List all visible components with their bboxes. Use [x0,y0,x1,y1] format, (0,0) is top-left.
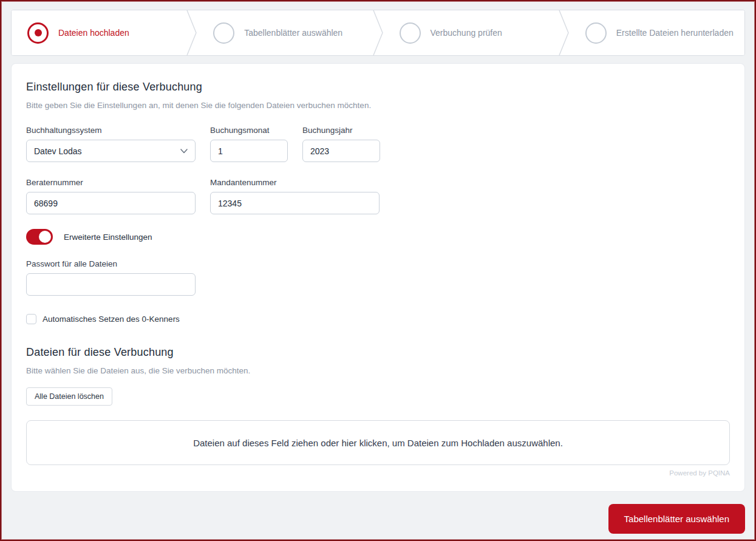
settings-section-subtitle: Bitte geben Sie die Einstellungen an, mi… [26,101,730,110]
accounting-system-value: Datev Lodas [34,146,82,156]
step-separator [186,10,197,55]
wizard-stepper: Dateien hochladen Tabellenblätter auswäh… [11,10,745,56]
step-label: Erstellte Dateien herunterladen [616,28,734,38]
advanced-settings-toggle[interactable] [26,229,53,245]
chevron-down-icon [180,149,188,154]
toggle-knob [39,231,51,243]
consultant-number-label: Beraternummer [26,178,196,187]
booking-month-label: Buchungsmonat [210,126,288,135]
password-label: Passwort für alle Dateien [26,259,730,268]
delete-all-files-button[interactable]: Alle Dateien löschen [26,387,112,406]
file-dropzone-text: Dateien auf dieses Feld ziehen oder hier… [193,438,563,448]
booking-year-label: Buchungsjahr [302,126,380,135]
circle-icon [585,22,607,44]
circle-icon [400,22,421,44]
zero-flag-checkbox[interactable] [26,314,36,324]
settings-section-title: Einstellungen für diese Verbuchung [26,81,730,94]
advanced-settings-toggle-label: Erweiterte Einstellungen [64,233,152,242]
consultant-number-input[interactable] [26,192,196,214]
zero-flag-checkbox-label: Automatisches Setzen des 0-Kenners [43,315,180,324]
accounting-system-field: Buchhaltungssystem Datev Lodas [26,126,196,162]
booking-month-field: Buchungsmonat [210,126,288,162]
accounting-system-select[interactable]: Datev Lodas [26,140,196,162]
password-field: Passwort für alle Dateien [26,259,730,296]
main-panel: Einstellungen für diese Verbuchung Bitte… [11,63,745,492]
password-input[interactable] [26,273,196,296]
accounting-system-label: Buchhaltungssystem [26,126,196,135]
booking-month-input[interactable] [210,140,288,162]
file-dropzone[interactable]: Dateien auf dieses Feld ziehen oder hier… [26,420,730,465]
client-number-field: Mandantenummer [210,178,380,214]
circle-icon [213,22,234,44]
client-number-input[interactable] [210,192,380,214]
powered-by-credit: Powered by PQINA [26,469,730,477]
radio-dot-icon [27,22,49,44]
step-upload-files[interactable]: Dateien hochladen [12,10,186,55]
consultant-number-field: Beraternummer [26,178,196,214]
step-download-files[interactable]: Erstellte Dateien herunterladen [570,10,744,55]
booking-year-field: Buchungsjahr [302,126,380,162]
files-section-title: Dateien für diese Verbuchung [26,346,730,359]
booking-year-input[interactable] [302,140,380,162]
footer-bar: Tabellenblätter auswählen [11,504,745,534]
step-label: Tabellenblätter auswählen [244,28,342,38]
app-window: Dateien hochladen Tabellenblätter auswäh… [0,0,756,541]
step-check-booking[interactable]: Verbuchung prüfen [384,10,559,55]
step-select-sheets[interactable]: Tabellenblätter auswählen [197,10,372,55]
step-separator [373,10,384,55]
step-label: Verbuchung prüfen [431,28,502,38]
step-separator [559,10,570,55]
next-step-button[interactable]: Tabellenblätter auswählen [608,504,745,534]
client-number-label: Mandantenummer [210,178,380,187]
files-section-subtitle: Bitte wählen Sie die Dateien aus, die Si… [26,366,730,375]
step-label: Dateien hochladen [58,28,129,38]
